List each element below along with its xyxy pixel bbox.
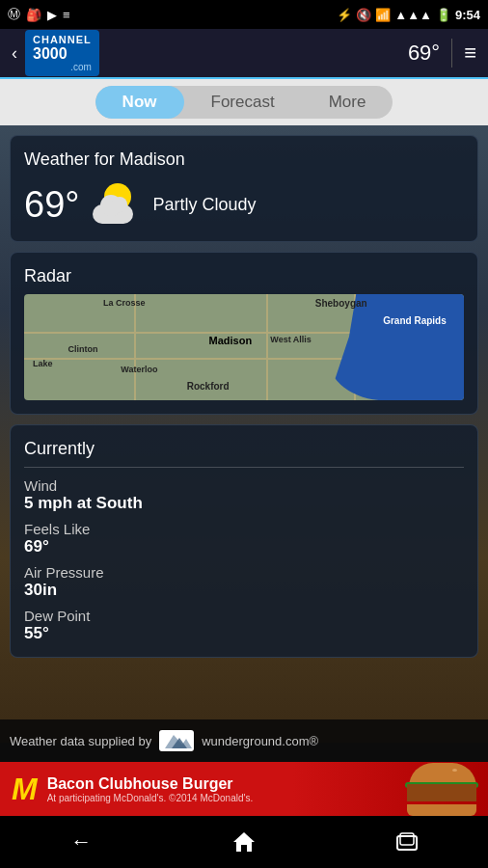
bag-icon: 🎒 bbox=[26, 8, 41, 22]
air-pressure-label: Air Pressure bbox=[24, 564, 464, 581]
channel-label: CHANNEL bbox=[33, 34, 92, 45]
dew-point-label: Dew Point bbox=[24, 608, 464, 624]
weather-condition: Partly Cloudy bbox=[152, 195, 256, 215]
home-button[interactable] bbox=[220, 823, 268, 861]
map-label-clinton: Clinton bbox=[68, 344, 98, 354]
wunderground-logo-svg bbox=[160, 731, 193, 750]
lake-michigan bbox=[328, 294, 464, 400]
currently-title: Currently bbox=[24, 439, 464, 468]
map-label-west-allis: West Allis bbox=[270, 335, 312, 344]
radar-card[interactable]: Radar Madison West Allis Rockford Grand … bbox=[10, 252, 478, 415]
header-divider bbox=[451, 39, 452, 68]
radar-map[interactable]: Madison West Allis Rockford Grand Rapids… bbox=[24, 294, 464, 400]
wifi-icon: 📶 bbox=[375, 8, 391, 22]
ad-subtitle: At participating McDonald's. ©2014 McDon… bbox=[47, 793, 390, 803]
tab-forecast[interactable]: Forecast bbox=[184, 86, 302, 119]
tab-bar: Now Forecast More bbox=[0, 79, 488, 125]
wunderground-domain: wunderground.com® bbox=[202, 734, 318, 748]
burger-bottom-bun bbox=[407, 804, 476, 816]
wunderground-text: Weather data supplied by bbox=[10, 734, 151, 748]
app-header: ‹ CHANNEL 3000 .com 69° ≡ bbox=[0, 29, 488, 79]
map-label-madison: Madison bbox=[209, 335, 253, 346]
recent-button[interactable] bbox=[383, 823, 431, 861]
header-right: 69° ≡ bbox=[408, 39, 476, 68]
dew-point-value: 55° bbox=[24, 624, 464, 643]
feels-like-label: Feels Like bbox=[24, 521, 464, 537]
bluetooth-icon: ⚡ bbox=[337, 8, 352, 22]
current-temperature: 69° bbox=[24, 184, 79, 226]
recent-icon bbox=[395, 832, 419, 852]
wunderground-bar: Weather data supplied by wunderground.co… bbox=[0, 719, 488, 762]
map-label-sheboygan: Sheboygan bbox=[315, 298, 367, 309]
status-icons-right: ⚡ 🔇 📶 ▲▲▲ 🔋 9:54 bbox=[337, 8, 480, 22]
map-background: Madison West Allis Rockford Grand Rapids… bbox=[24, 294, 464, 400]
tab-more[interactable]: More bbox=[302, 86, 393, 119]
channel-dot-com: .com bbox=[33, 62, 92, 72]
battery-icon: 🔋 bbox=[436, 8, 451, 22]
road-vertical-2 bbox=[266, 294, 268, 400]
road-vertical-1 bbox=[134, 294, 136, 400]
burger-sesame bbox=[452, 769, 457, 772]
map-label-la-crosse: La Crosse bbox=[103, 298, 146, 308]
mcdonalds-logo: M bbox=[12, 772, 38, 807]
back-arrow-icon[interactable]: ‹ bbox=[12, 43, 17, 64]
tab-now[interactable]: Now bbox=[95, 86, 184, 119]
android-nav-bar: ← bbox=[0, 816, 488, 868]
weather-main-row: 69° Partly Cloudy bbox=[24, 181, 464, 228]
svg-rect-5 bbox=[400, 833, 414, 845]
ad-title: Bacon Clubhouse Burger bbox=[47, 775, 390, 793]
cloud-shape bbox=[93, 204, 133, 224]
weather-location-title: Weather for Madison bbox=[24, 149, 464, 170]
status-bar: Ⓜ 🎒 ▶ ≡ ⚡ 🔇 📶 ▲▲▲ 🔋 9:54 bbox=[0, 0, 488, 29]
time-display: 9:54 bbox=[455, 8, 480, 22]
feels-like-value: 69° bbox=[24, 537, 464, 556]
tab-pill: Now Forecast More bbox=[95, 86, 393, 119]
svg-marker-3 bbox=[233, 832, 255, 852]
radar-title: Radar bbox=[24, 266, 464, 286]
burger-image bbox=[399, 763, 476, 816]
wind-label: Wind bbox=[24, 477, 464, 494]
home-icon bbox=[231, 829, 257, 854]
map-label-waterloo: Waterloo bbox=[121, 365, 157, 374]
header-temperature: 69° bbox=[408, 41, 440, 66]
ad-banner[interactable]: M Bacon Clubhouse Burger At participatin… bbox=[0, 762, 488, 816]
channel-number: 3000 bbox=[33, 45, 92, 63]
ad-text-area: Bacon Clubhouse Burger At participating … bbox=[47, 775, 390, 803]
map-label-lake: Lake bbox=[33, 359, 53, 368]
motorola-icon: Ⓜ bbox=[8, 6, 20, 23]
bars-icon: ≡ bbox=[63, 8, 70, 22]
wunderground-logo bbox=[159, 730, 194, 751]
channel-logo[interactable]: CHANNEL 3000 .com bbox=[25, 30, 99, 77]
partly-cloudy-icon bbox=[93, 181, 139, 228]
logo-area[interactable]: ‹ CHANNEL 3000 .com bbox=[12, 30, 99, 77]
back-button[interactable]: ← bbox=[57, 823, 105, 861]
wind-value: 5 mph at South bbox=[24, 494, 464, 513]
map-label-rockford: Rockford bbox=[187, 381, 230, 392]
play-icon: ▶ bbox=[47, 8, 57, 22]
status-icons-left: Ⓜ 🎒 ▶ ≡ bbox=[8, 6, 70, 23]
currently-card: Currently Wind 5 mph at South Feels Like… bbox=[10, 424, 478, 658]
signal-icon: ▲▲▲ bbox=[394, 8, 432, 22]
weather-card: Weather for Madison 69° Partly Cloudy bbox=[10, 135, 478, 242]
mute-icon: 🔇 bbox=[356, 8, 371, 22]
menu-icon[interactable]: ≡ bbox=[464, 41, 476, 66]
map-label-grand-rapids: Grand Rapids bbox=[383, 315, 447, 326]
air-pressure-value: 30in bbox=[24, 581, 464, 600]
burger-filling bbox=[407, 784, 476, 801]
content-area: Weather for Madison 69° Partly Cloudy Ra… bbox=[0, 125, 488, 719]
